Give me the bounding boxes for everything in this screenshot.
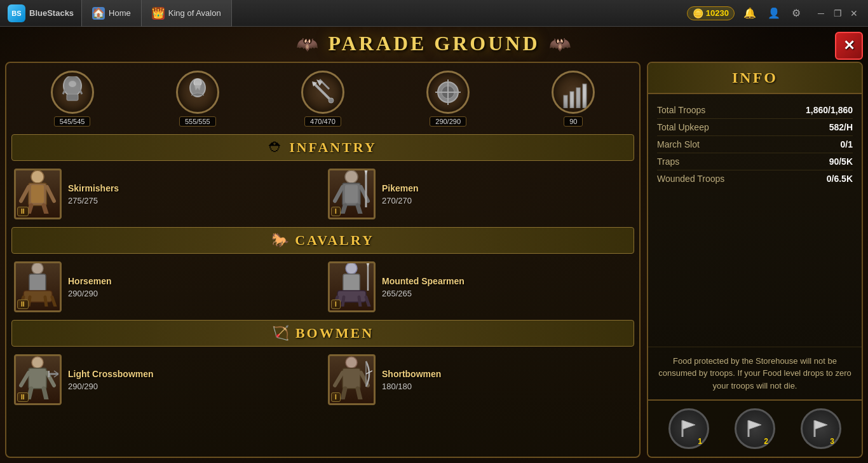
horsemen-info: Horsemen 290/290: [68, 276, 318, 298]
infantry-header: ⛑ INFANTRY: [11, 134, 634, 161]
svg-line-45: [366, 297, 369, 307]
taskbar-right: 🪙 10230 🔔 👤 ⚙ ─ ❐ ✕: [679, 6, 868, 20]
svg-point-18: [31, 170, 44, 183]
info-title: INFO: [654, 69, 855, 86]
home-tab[interactable]: 🏠 Home: [81, 0, 142, 27]
svg-line-7: [313, 83, 332, 102]
close-button[interactable]: ✕: [835, 32, 863, 60]
svg-point-25: [345, 170, 358, 183]
svg-line-40: [45, 297, 46, 307]
stat-label-total-troops: Total Troops: [657, 105, 705, 115]
person-icon[interactable]: 👤: [765, 7, 783, 19]
pikemen-portrait[interactable]: I: [328, 169, 376, 219]
bluestacks-logo: BS BlueStacks: [0, 4, 81, 22]
svg-point-0: [64, 76, 81, 96]
home-tab-label: Home: [109, 8, 131, 18]
maximize-button[interactable]: ❐: [831, 7, 844, 20]
crossbowmen-name: Light Crossbowmen: [68, 369, 318, 379]
svg-line-31: [358, 205, 360, 214]
svg-rect-61: [342, 368, 360, 389]
svg-line-24: [44, 205, 46, 214]
stat-march-slot: March Slot 0/1: [657, 136, 853, 153]
horsemen-count: 290/290: [68, 289, 318, 298]
crossbowmen-count: 290/290: [68, 382, 318, 391]
svg-line-55: [44, 389, 46, 399]
flag-button-3[interactable]: 3: [801, 408, 841, 449]
shortbowmen-info: Shortbowmen 180/180: [382, 369, 632, 391]
bowmen-title: BOWMEN: [295, 325, 374, 342]
skirmisher-name: Skirmishers: [68, 183, 318, 193]
svg-line-39: [29, 297, 30, 307]
crossbowmen-entry: II Light Crossbowmen 290/290: [11, 352, 320, 408]
stat-total-troops: Total Troops 1,860/1,860: [657, 102, 853, 119]
horsemen-entry: II Horsemen 290/290: [11, 259, 320, 315]
stat-value-total-troops: 1,860/1,860: [806, 105, 853, 115]
troop-icon-3[interactable]: 290/290: [426, 71, 470, 127]
minimize-button[interactable]: ─: [815, 7, 827, 20]
flag-circle-1: 1: [668, 408, 709, 449]
home-tab-icon: 🏠: [92, 7, 105, 20]
svg-line-46: [342, 297, 344, 307]
troop-icon-circle-3: [426, 71, 470, 114]
info-header: INFO: [648, 63, 862, 94]
wing-left-decoration: 🦇: [296, 33, 318, 54]
skirmisher-tier: II: [17, 207, 29, 216]
svg-rect-17: [583, 84, 587, 108]
svg-rect-14: [564, 95, 567, 108]
troop-icon-2[interactable]: 470/470: [301, 71, 344, 127]
svg-marker-71: [749, 420, 761, 429]
svg-point-6: [194, 79, 201, 86]
flag-number-3: 3: [830, 437, 834, 446]
svg-point-34: [32, 263, 43, 274]
mounted-name: Mounted Spearmen: [382, 276, 632, 286]
bell-icon[interactable]: 🔔: [741, 7, 759, 19]
svg-point-10: [438, 82, 458, 102]
skirmisher-count: 275/275: [68, 196, 318, 205]
stat-value-wounded: 0/6.5K: [827, 174, 853, 184]
flags-row: 1 2: [648, 399, 862, 457]
flag-button-1[interactable]: 1: [668, 408, 709, 449]
mounted-portrait[interactable]: I: [328, 261, 376, 312]
flag-circle-3: 3: [801, 408, 841, 449]
troop-icon-4[interactable]: 90: [552, 71, 595, 127]
pikemen-name: Pikemen: [382, 183, 632, 193]
close-window-button[interactable]: ✕: [848, 7, 860, 20]
horsemen-name: Horsemen: [68, 276, 318, 286]
game-tab[interactable]: 👑 King of Avalon: [142, 0, 232, 27]
stat-label-upkeep: Total Upkeep: [657, 122, 709, 132]
infantry-title: INFANTRY: [289, 139, 377, 156]
game-area: 🦇 PARADE GROUND 🦇 ✕: [0, 27, 868, 463]
infantry-troop-row: II Skirmishers 275/275: [11, 166, 634, 222]
info-note: Food protected by the Storehouse will no…: [648, 347, 862, 400]
troop-icons-row: 545/545 555/555: [11, 68, 634, 129]
troop-count-0: 545/545: [54, 116, 91, 127]
svg-line-9: [320, 79, 329, 89]
shortbowmen-count: 180/180: [382, 382, 632, 391]
gear-icon[interactable]: ⚙: [789, 7, 803, 19]
cavalry-troop-row: II Horsemen 290/290: [11, 259, 634, 315]
svg-line-62: [335, 373, 342, 385]
troop-icon-0[interactable]: 545/545: [51, 71, 94, 127]
troop-icon-1[interactable]: 555/555: [176, 71, 219, 127]
skirmisher-entry: II Skirmishers 275/275: [11, 166, 320, 222]
skirmisher-portrait[interactable]: II: [14, 169, 62, 219]
svg-rect-43: [337, 291, 366, 302]
svg-line-52: [21, 373, 29, 385]
bowmen-icon: 🏹: [272, 325, 289, 342]
horsemen-tier: II: [17, 300, 29, 309]
shortbowmen-portrait[interactable]: I: [328, 354, 376, 405]
pikemen-tier: I: [331, 207, 341, 216]
cavalry-icon: 🐎: [271, 232, 288, 249]
wing-right-decoration: 🦇: [550, 33, 572, 54]
skirmisher-info: Skirmishers 275/275: [68, 183, 318, 205]
flag-button-2[interactable]: 2: [735, 408, 775, 449]
crossbowmen-portrait[interactable]: II: [14, 354, 62, 405]
crossbowmen-tier: II: [17, 392, 29, 402]
stat-label-wounded: Wounded Troops: [657, 174, 724, 184]
mounted-tier: I: [331, 300, 341, 309]
crossbowmen-info: Light Crossbowmen 290/290: [68, 369, 318, 391]
parade-title: PARADE GROUND: [328, 32, 539, 55]
horsemen-portrait[interactable]: II: [14, 261, 62, 312]
game-tab-label: King of Avalon: [168, 8, 221, 18]
svg-rect-51: [29, 368, 46, 389]
